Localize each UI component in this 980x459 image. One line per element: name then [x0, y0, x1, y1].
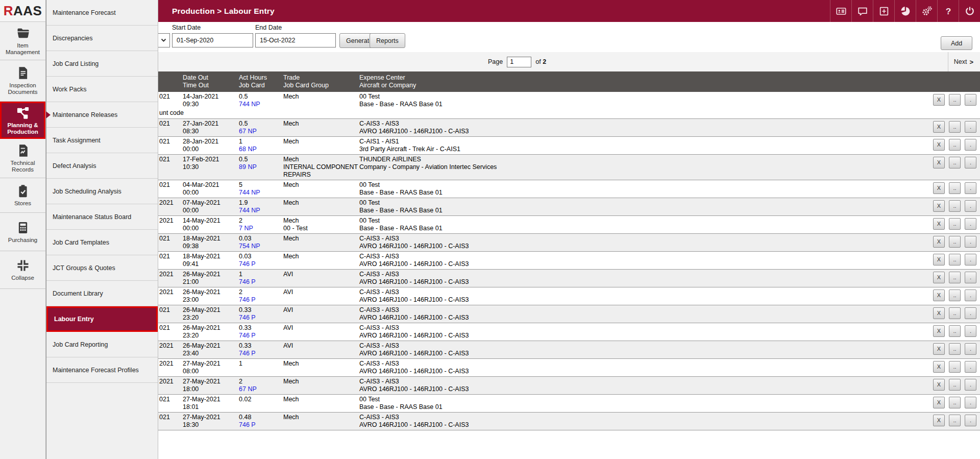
row-delete-button[interactable]: X — [933, 139, 945, 151]
row-delete-button[interactable]: X — [933, 415, 945, 426]
topbar-help-button[interactable] — [937, 0, 959, 22]
row-edit-button[interactable]: .. — [949, 94, 961, 106]
page-number-input[interactable] — [507, 57, 531, 67]
row-delete-button[interactable]: X — [933, 325, 945, 337]
row-more-button[interactable]: . — [965, 254, 976, 265]
job-card-link[interactable]: 7 NP — [239, 225, 283, 232]
row-delete-button[interactable]: X — [933, 236, 945, 248]
flyout-item-work-packs[interactable]: Work Packs — [46, 77, 158, 102]
row-delete-button[interactable]: X — [933, 94, 945, 106]
job-card-link[interactable]: 746 P — [239, 260, 283, 268]
row-delete-button[interactable]: X — [933, 121, 945, 133]
row-more-button[interactable]: . — [965, 343, 976, 355]
sidebar-item-collapse[interactable]: Collapse — [0, 251, 45, 289]
row-edit-button[interactable]: .. — [949, 272, 961, 283]
row-more-button[interactable]: . — [965, 272, 976, 283]
flyout-item-maintenance-forecast[interactable]: Maintenance Forecast — [46, 0, 158, 26]
job-card-link[interactable]: 754 NP — [239, 243, 283, 250]
topbar-chat-button[interactable] — [851, 0, 873, 22]
row-delete-button[interactable]: X — [933, 272, 945, 283]
start-date-input[interactable] — [172, 33, 253, 47]
flyout-item-job-card-listing[interactable]: Job Card Listing — [46, 51, 158, 77]
job-card-link[interactable]: 746 P — [239, 332, 283, 340]
job-card-link[interactable]: 67 NP — [239, 385, 283, 393]
flyout-item-discrepancies[interactable]: Discrepancies — [46, 26, 158, 51]
job-card-link[interactable]: 746 P — [239, 421, 283, 429]
topbar-settings-gears-button[interactable] — [916, 0, 937, 22]
sidebar-item-technical-records[interactable]: Technical Records — [0, 139, 45, 178]
sidebar-item-inspection-documents[interactable]: Inspection Documents — [0, 60, 45, 102]
job-card-link[interactable]: 744 NP — [239, 101, 283, 108]
flyout-item-maintenanace-status-board[interactable]: Maintenanace Status Board — [46, 204, 158, 230]
job-card-link[interactable]: 89 NP — [239, 163, 283, 171]
row-more-button[interactable]: . — [965, 139, 976, 151]
sidebar-item-stores[interactable]: Stores — [0, 178, 45, 213]
sidebar-item-planning-production[interactable]: Planning & Production — [0, 102, 45, 139]
row-delete-button[interactable]: X — [933, 343, 945, 355]
sidebar-item-item-management[interactable]: Item Management — [0, 22, 45, 60]
row-delete-button[interactable]: X — [933, 254, 945, 265]
job-card-link[interactable]: 744 NP — [239, 189, 283, 197]
row-delete-button[interactable]: X — [933, 379, 945, 391]
row-edit-button[interactable]: .. — [949, 343, 961, 355]
flyout-item-job-scheduling-analysis[interactable]: Job Scheduling Analysis — [46, 179, 158, 204]
row-more-button[interactable]: . — [965, 236, 976, 248]
row-more-button[interactable]: . — [965, 182, 976, 194]
row-edit-button[interactable]: .. — [949, 307, 961, 319]
flyout-item-job-card-reporting[interactable]: Job Card Reporting — [46, 332, 158, 357]
topbar-power-button[interactable] — [959, 0, 980, 22]
row-edit-button[interactable]: .. — [949, 379, 961, 391]
job-card-link[interactable]: 744 NP — [239, 207, 283, 214]
row-edit-button[interactable]: .. — [949, 218, 961, 230]
row-delete-button[interactable]: X — [933, 182, 945, 194]
job-card-link[interactable]: 68 NP — [239, 146, 283, 153]
row-edit-button[interactable]: .. — [949, 289, 961, 301]
next-page-button[interactable]: Next > — [954, 52, 973, 71]
row-more-button[interactable]: . — [965, 121, 976, 133]
row-edit-button[interactable]: .. — [949, 415, 961, 426]
row-more-button[interactable]: . — [965, 289, 976, 301]
row-more-button[interactable]: . — [965, 415, 976, 426]
row-more-button[interactable]: . — [965, 361, 976, 373]
row-edit-button[interactable]: .. — [949, 182, 961, 194]
row-more-button[interactable]: . — [965, 307, 976, 319]
flyout-item-labour-entry[interactable]: Labour Entry — [46, 306, 158, 332]
row-delete-button[interactable]: X — [933, 289, 945, 301]
flyout-item-task-assignment[interactable]: Task Assignment — [46, 128, 158, 153]
job-card-link[interactable]: 746 P — [239, 314, 283, 322]
row-more-button[interactable]: . — [965, 157, 976, 168]
row-delete-button[interactable]: X — [933, 218, 945, 230]
row-more-button[interactable]: . — [965, 200, 976, 212]
row-delete-button[interactable]: X — [933, 200, 945, 212]
row-delete-button[interactable]: X — [933, 157, 945, 168]
row-delete-button[interactable]: X — [933, 307, 945, 319]
sidebar-item-purchasing[interactable]: Purchasing — [0, 213, 45, 251]
row-edit-button[interactable]: .. — [949, 157, 961, 168]
row-more-button[interactable]: . — [965, 218, 976, 230]
row-delete-button[interactable]: X — [933, 361, 945, 373]
row-more-button[interactable]: . — [965, 379, 976, 391]
add-button[interactable]: Add — [941, 36, 972, 50]
job-card-link[interactable]: 746 P — [239, 350, 283, 357]
flyout-item-jct-groups-quotes[interactable]: JCT Groups & Quotes — [46, 255, 158, 281]
topbar-add-window-button[interactable] — [873, 0, 894, 22]
topbar-id-card-button[interactable] — [830, 0, 851, 22]
job-card-link[interactable]: 67 NP — [239, 128, 283, 135]
flyout-item-defect-analysis[interactable]: Defect Analysis — [46, 153, 158, 179]
job-card-link[interactable]: 746 P — [239, 278, 283, 286]
row-edit-button[interactable]: .. — [949, 200, 961, 212]
reports-button[interactable]: Reports — [370, 33, 405, 48]
row-more-button[interactable]: . — [965, 397, 976, 408]
row-edit-button[interactable]: .. — [949, 139, 961, 151]
flyout-item-document-library[interactable]: Document Library — [46, 281, 158, 306]
topbar-pie-chart-button[interactable] — [894, 0, 916, 22]
row-more-button[interactable]: . — [965, 94, 976, 106]
row-edit-button[interactable]: .. — [949, 397, 961, 408]
row-edit-button[interactable]: .. — [949, 236, 961, 248]
flyout-item-maintenance-releases[interactable]: Maintenance Releases — [46, 102, 158, 128]
row-edit-button[interactable]: .. — [949, 361, 961, 373]
row-delete-button[interactable]: X — [933, 397, 945, 408]
flyout-item-maintenance-forecast-profiles[interactable]: Maintenance Forecast Profiles — [46, 357, 158, 383]
row-more-button[interactable]: . — [965, 325, 976, 337]
end-date-input[interactable] — [255, 33, 336, 47]
